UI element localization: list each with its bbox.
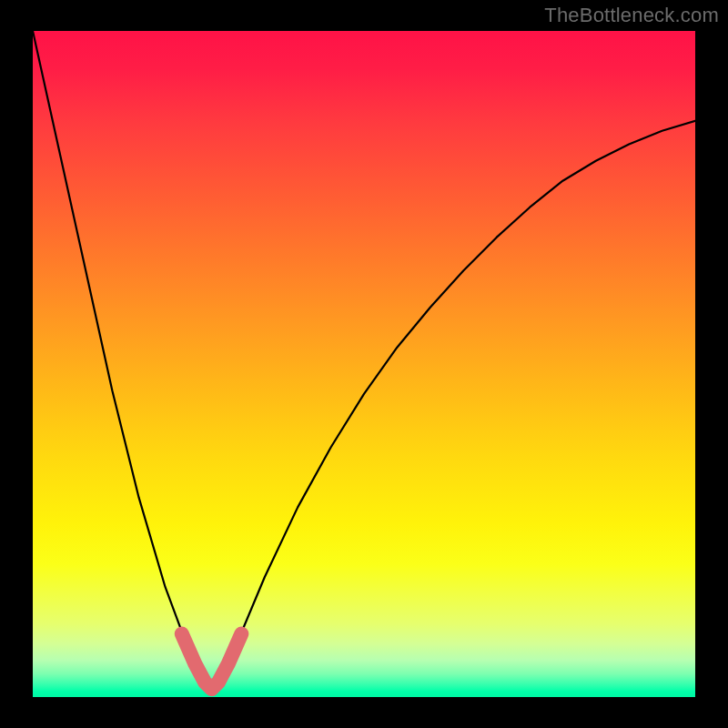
chart-frame: TheBottleneck.com: [0, 0, 728, 728]
curve-layer: [33, 31, 695, 697]
watermark-text: TheBottleneck.com: [544, 4, 719, 27]
plot-area: [33, 31, 695, 697]
bottleneck-curve-path: [33, 31, 695, 691]
bottom-marker-path: [182, 633, 242, 689]
